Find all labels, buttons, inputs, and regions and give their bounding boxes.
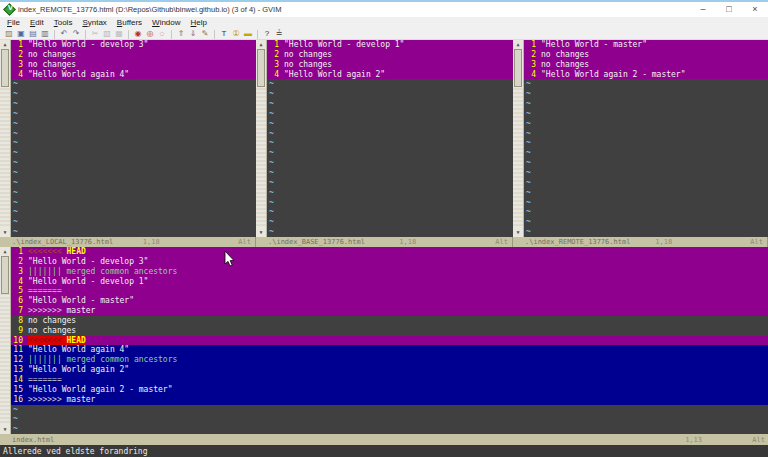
scroll-up-arrow[interactable]: ▲ [513,40,523,49]
load-session-icon[interactable]: ⇑ [175,29,187,39]
scroll-trough[interactable] [513,87,523,228]
pane-remote-scrollbar[interactable]: ▲▼ [513,40,524,237]
menu-syntax[interactable]: Syntax [77,17,111,29]
tilde-marker: ~ [267,227,274,237]
empty-line: ~ [524,148,768,158]
empty-line: ~ [11,405,768,415]
buffer-line[interactable]: 4"Hello World - develop 1" [11,277,768,287]
scroll-thumb[interactable] [257,49,265,87]
scroll-thumb[interactable] [1,256,9,294]
buffer-line[interactable]: 2no changes [524,50,768,60]
menu-edit[interactable]: Edit [25,17,49,29]
pane-base-scrollbar[interactable]: ▲▼ [256,40,267,237]
menu-buffers[interactable]: Buffers [112,17,147,29]
empty-line: ~ [11,178,256,188]
buffer-line[interactable]: 6"Hello World - master" [11,296,768,306]
buffer-line[interactable]: 15"Hello World again 2 - master" [11,385,768,395]
menu-window[interactable]: Window [147,17,185,29]
editor-area: ▲▼1"Hello World - develop 3"2no changes3… [0,40,768,457]
merged-pane-content[interactable]: 1<<<<<<< HEAD2"Hello World - develop 3"3… [11,247,768,434]
buffer-line[interactable]: 5======= [11,286,768,296]
find-replace-icon[interactable]: ◉ [132,29,144,39]
buffer-line[interactable]: 1<<<<<<< HEAD [11,247,768,257]
menu-help[interactable]: Help [186,17,212,29]
save-all-icon[interactable]: ▤ [27,29,39,39]
save-icon[interactable]: ▣ [15,29,27,39]
run-script-icon[interactable]: ✎ [199,29,211,39]
merged-pane-scrollbar[interactable]: ▲▼ [0,247,11,434]
buffer-line[interactable]: 3no changes [524,60,768,70]
scroll-up-arrow[interactable]: ▲ [0,40,10,49]
open-icon[interactable]: ▨ [3,29,15,39]
run-ctags-icon[interactable]: ① [230,29,242,39]
find-prev-icon[interactable]: ◌ [156,29,168,39]
pane-base-content[interactable]: 1"Hello World - develop 1"2no changes3no… [267,40,513,237]
pane-remote-content[interactable]: 1"Hello World - master"2no changes3no ch… [524,40,768,237]
tilde-marker: ~ [267,178,274,188]
menu-file[interactable]: File [2,17,25,29]
buffer-line[interactable]: 7>>>>>>> master [11,306,768,316]
make-icon[interactable]: T [218,29,230,39]
line-text: master [67,395,96,405]
pane-local-scrollbar[interactable]: ▲▼ [0,40,11,237]
buffer-line[interactable]: 14======= [11,375,768,385]
scroll-down-arrow[interactable]: ▼ [513,228,523,237]
line-text: ||||||| merged common ancestors [28,355,177,365]
line-text: master [67,306,96,316]
pane-local-content[interactable]: 1"Hello World - develop 3"2no changes3no… [11,40,256,237]
buffer-line[interactable]: 13"Hello World again 2" [11,365,768,375]
find-next-icon[interactable]: ◎ [144,29,156,39]
find-help-icon[interactable]: ≟ [273,29,285,39]
buffer-line[interactable]: 1"Hello World - develop 1" [267,40,513,50]
empty-line: ~ [524,168,768,178]
buffer-line[interactable]: 4"Hello World again 2 - master" [524,70,768,80]
scroll-up-arrow[interactable]: ▲ [256,40,266,49]
status-filename: .\index_LOCAL_13776.html [12,238,113,246]
maximize-button[interactable]: □ [716,2,742,17]
scroll-trough[interactable] [256,87,266,228]
buffer-line[interactable]: 16>>>>>>> master [11,395,768,405]
buffer-line[interactable]: 1"Hello World - master" [524,40,768,50]
buffer-line[interactable]: 8no changes [11,316,768,326]
scroll-trough[interactable] [0,294,10,425]
scroll-down-arrow[interactable]: ▼ [0,228,10,237]
buffer-line[interactable]: 12||||||| merged common ancestors [11,355,768,365]
tag-jump-icon[interactable]: ▬ [242,29,254,39]
scroll-trough[interactable] [0,87,10,228]
minimize-button[interactable]: – [690,2,716,17]
buffer-line[interactable]: 4"Hello World again 2" [267,70,513,80]
print-icon[interactable]: ▥ [39,29,51,39]
help-icon[interactable]: ? [261,29,273,39]
scroll-up-arrow[interactable]: ▲ [0,247,10,256]
window-title: index_REMOTE_13776.html (D:\Repos\Github… [18,5,690,14]
scroll-thumb[interactable] [514,49,522,87]
buffer-line[interactable]: 3||||||| merged common ancestors [11,267,768,277]
toolbar-separator [171,30,172,39]
close-button[interactable]: × [742,2,768,17]
empty-line: ~ [267,79,513,89]
buffer-line[interactable]: 2no changes [267,50,513,60]
buffer-line[interactable]: 1"Hello World - develop 3" [11,40,256,50]
scroll-thumb[interactable] [1,49,9,87]
buffer-line[interactable]: 2no changes [11,50,256,60]
line-number: 2 [267,50,284,60]
undo-icon[interactable]: ↶ [58,29,70,39]
scroll-down-arrow[interactable]: ▼ [0,425,10,434]
buffer-line[interactable]: 4"Hello World again 4" [11,70,256,80]
scroll-down-arrow[interactable]: ▼ [256,228,266,237]
buffer-line[interactable]: 10<<<<<<< HEAD [11,336,768,346]
status-line-base: .\index_BASE_13776.html1,18Alt [256,237,513,247]
menu-tools[interactable]: Tools [49,17,78,29]
redo-icon[interactable]: ↷ [70,29,82,39]
tilde-marker: ~ [11,217,18,227]
command-line: Allerede ved eldste forandring [0,445,768,457]
line-number: 14 [11,375,28,385]
buffer-line[interactable]: 2"Hello World - develop 3" [11,257,768,267]
buffer-line[interactable]: 3no changes [11,60,256,70]
buffer-line[interactable]: 11"Hello World again 4" [11,345,768,355]
buffer-line[interactable]: 3no changes [267,60,513,70]
buffer-line[interactable]: 9no changes [11,326,768,336]
tilde-marker: ~ [267,99,274,109]
save-session-icon[interactable]: ⇓ [187,29,199,39]
empty-line: ~ [524,158,768,168]
